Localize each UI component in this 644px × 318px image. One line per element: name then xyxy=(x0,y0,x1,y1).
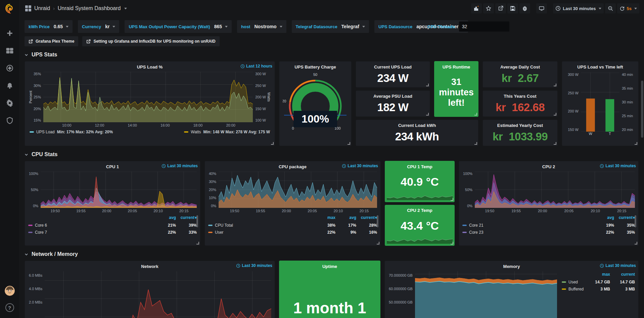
battery-gauge[interactable]: 02050100 100% xyxy=(283,71,348,142)
dashboards-icon[interactable] xyxy=(5,46,14,55)
legend-series-name[interactable]: Core 21 xyxy=(462,223,593,228)
legend-row: Core 23 22% 35% xyxy=(462,229,635,236)
legend-series-name[interactable]: Core 6 xyxy=(28,223,155,228)
panel-title[interactable]: Memory xyxy=(503,264,520,269)
series-color-marker xyxy=(28,232,33,233)
panel-time-range[interactable]: Last 12 hours xyxy=(240,64,272,69)
dashboard-grid-icon xyxy=(25,5,31,11)
breadcrumb-dashboard-title[interactable]: Unraid System Dashboard xyxy=(58,5,121,11)
load-vs-time-chart[interactable] xyxy=(581,73,619,132)
legend-series-name[interactable]: Used xyxy=(562,280,585,284)
dashboard-settings-button[interactable] xyxy=(519,3,530,13)
legend-series-name[interactable]: Buffered xyxy=(562,287,585,291)
legend-column-header[interactable]: avg xyxy=(155,215,176,222)
cpu-threads-input[interactable]: 32 xyxy=(459,21,509,32)
panel-title[interactable]: CPU package xyxy=(279,164,307,169)
x-axis: WT xyxy=(581,132,619,137)
panel-time-range[interactable]: Last 30 minutes xyxy=(600,164,636,168)
row-header-network-memory[interactable]: Network / Memory xyxy=(25,248,639,260)
panel-title[interactable]: Average Daily Cost xyxy=(500,64,540,70)
cpu-package-chart[interactable] xyxy=(219,172,377,208)
legend-column-header[interactable]: max xyxy=(315,215,335,222)
variable-dropdown[interactable]: Telegraf Datasource Telegraf xyxy=(292,20,369,33)
alerting-bell-icon[interactable] xyxy=(5,81,14,90)
legend-series-name[interactable]: UPS Load xyxy=(36,130,55,134)
panel-title[interactable]: UPS Battery Charge xyxy=(294,64,336,70)
legend-column-header[interactable]: avg xyxy=(593,215,614,222)
variable-dropdown[interactable]: Currency kr xyxy=(78,20,119,33)
memory-chart[interactable] xyxy=(415,271,557,318)
panel-title[interactable]: Average PSU Load xyxy=(373,94,412,99)
refresh-interval-label: 5s xyxy=(627,6,632,11)
row-header-cpu-stats[interactable]: CPU Stats xyxy=(25,149,639,160)
legend-series-name[interactable]: Core 23 xyxy=(462,230,593,235)
legend-series-name[interactable]: CPU Total xyxy=(208,223,315,228)
ups-load-chart[interactable] xyxy=(43,72,253,122)
stat-value: 1 month 1 xyxy=(293,299,366,317)
panel-title[interactable]: CPU 1 Temp xyxy=(407,164,432,169)
legend-column-header[interactable]: current xyxy=(356,215,377,222)
panel-current-ups-load: Current UPS Load 234 W xyxy=(356,61,430,88)
panel-time-range[interactable]: Last 30 minutes xyxy=(342,164,378,168)
legend-scrollbar[interactable] xyxy=(635,215,636,227)
panel-title[interactable]: Network xyxy=(141,264,158,269)
panel-title[interactable]: This Years Cost xyxy=(504,94,536,99)
series-color-marker xyxy=(184,131,188,133)
share-dashboard-button[interactable] xyxy=(495,3,506,13)
panel-title[interactable]: UPS Runtime xyxy=(443,64,470,70)
add-panel-button[interactable] xyxy=(471,3,482,13)
y-axis-right: 300 W250 W200 W150 W100 W xyxy=(253,72,267,122)
cpu1-chart[interactable] xyxy=(41,172,197,208)
breadcrumb-app[interactable]: Unraid xyxy=(34,5,50,11)
dashboard-link[interactable]: Setting up Grafana and InfluxDB for UPS … xyxy=(82,36,219,46)
save-dashboard-button[interactable] xyxy=(507,3,518,13)
user-avatar[interactable] xyxy=(5,286,15,296)
create-icon[interactable] xyxy=(5,29,14,38)
configuration-gear-icon[interactable] xyxy=(5,99,14,107)
panel-title[interactable]: Current Load kWh xyxy=(398,123,436,128)
legend-series-name[interactable]: User xyxy=(208,230,315,235)
legend-column-header[interactable]: current xyxy=(610,272,635,278)
variable-dropdown[interactable]: kWh Price 0.65 xyxy=(25,20,73,33)
panel-title[interactable]: CPU 2 Temp xyxy=(407,208,432,213)
panel-title[interactable]: Estimated Yearly Cost xyxy=(497,123,543,128)
dashboard-link[interactable]: Grafana Plex Theme xyxy=(25,36,78,46)
cpu2-chart[interactable] xyxy=(475,172,635,208)
legend-column-header[interactable]: avg xyxy=(335,215,356,222)
page-scrollbar[interactable] xyxy=(641,81,643,138)
panel-title[interactable]: Current UPS Load xyxy=(374,64,412,70)
panel-title[interactable]: CPU 1 xyxy=(106,164,119,169)
network-chart[interactable] xyxy=(45,271,271,318)
legend-column-header[interactable]: current xyxy=(176,215,197,222)
variable-dropdown[interactable]: UPS Max Output Power Capacity (Watt) 865 xyxy=(125,20,232,33)
panel-ups-runtime: UPS Runtime 31 minutes left! xyxy=(434,61,478,117)
panel-title[interactable]: Uptime xyxy=(322,264,337,269)
star-dashboard-button[interactable] xyxy=(483,3,494,13)
legend-column-header[interactable]: max xyxy=(585,272,610,278)
refresh-button[interactable]: 5s xyxy=(617,3,639,13)
panel-title[interactable]: CPU 2 xyxy=(542,164,555,169)
grafana-logo-icon[interactable] xyxy=(0,0,19,17)
panel-time-range[interactable]: Last 30 minutes xyxy=(600,263,636,268)
legend-scrollbar[interactable] xyxy=(196,215,198,227)
legend-scrollbar[interactable] xyxy=(377,215,378,227)
zoom-out-time-button[interactable] xyxy=(605,3,616,13)
help-icon[interactable]: ? xyxy=(5,303,14,312)
legend-series-name[interactable]: Core 7 xyxy=(28,230,155,235)
breadcrumb[interactable]: Unraid › Unraid System Dashboard xyxy=(25,5,127,11)
chevron-down-icon xyxy=(25,153,28,156)
cycle-view-tv-button[interactable] xyxy=(536,3,547,13)
panel-title[interactable]: UPS Load % xyxy=(137,64,163,70)
explore-icon[interactable] xyxy=(5,64,14,73)
legend-column-header[interactable]: current xyxy=(614,215,635,222)
time-range-picker[interactable]: Last 30 minutes xyxy=(553,3,603,13)
variable-dropdown[interactable]: host Nostromo xyxy=(237,20,286,33)
panel-time-range[interactable]: Last 30 minutes xyxy=(162,164,198,168)
stat-value: 40.9 °C xyxy=(401,175,439,188)
legend-row: Core 21 19% 35% xyxy=(462,222,635,229)
server-admin-shield-icon[interactable] xyxy=(5,116,14,125)
legend-series-name[interactable]: Watts xyxy=(191,130,201,134)
panel-time-range[interactable]: Last 30 minutes xyxy=(236,263,272,268)
row-header-ups-stats[interactable]: UPS Stats xyxy=(25,49,639,60)
panel-title[interactable]: UPS Load vs Time left xyxy=(577,64,623,70)
